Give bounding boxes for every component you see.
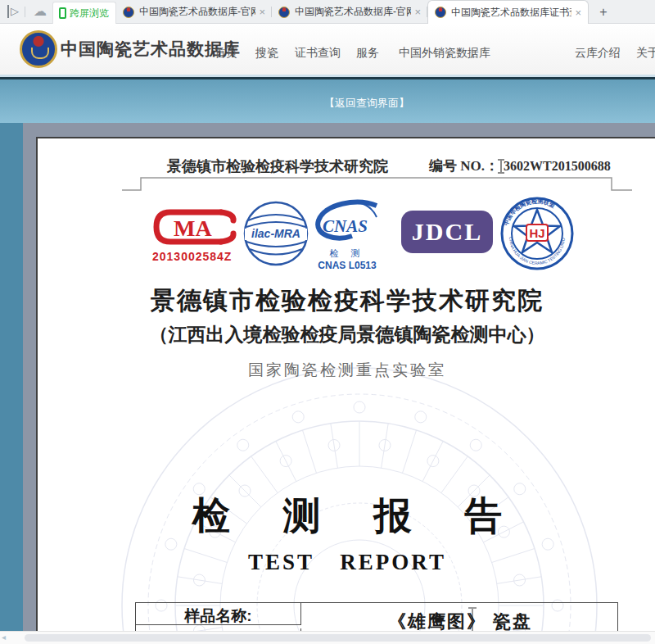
cloud-sync-icon[interactable]: ☁: [34, 3, 47, 19]
report-title-en: TEST REPORT: [38, 550, 655, 575]
nav-item-services[interactable]: 服务: [356, 46, 379, 61]
back-to-query-link[interactable]: 【返回查询界面】: [324, 96, 409, 111]
site-title: 中国陶瓷艺术品数据库: [61, 38, 241, 61]
scroll-left-arrow-icon[interactable]: ◂: [2, 633, 6, 642]
toolbar-divider: [25, 7, 25, 17]
tab-title: 中国陶瓷艺术品数据库-官网: [139, 5, 255, 19]
cnas-logo-icon: CNAS 检 测 CNAS L0513: [311, 199, 383, 274]
nav-item-search-porcelain[interactable]: 搜瓷: [255, 46, 278, 61]
browser-tab-1[interactable]: 中国陶瓷艺术品数据库-官网 ×: [116, 0, 272, 24]
browser-tab-3-active[interactable]: 中国陶瓷艺术品数据库证书查询 ×: [427, 0, 589, 24]
cma-logo-icon: MA 2013002584Z: [149, 207, 246, 263]
banner: 【返回查询界面】: [0, 79, 655, 123]
institute-subtitle: （江西出入境检验检疫局景德镇陶瓷检测中心）: [38, 322, 655, 347]
site-favicon: [435, 7, 446, 18]
tab-title: 中国陶瓷艺术品数据库证书查询: [451, 6, 571, 20]
svg-text:2013002584Z: 2013002584Z: [152, 250, 232, 263]
jdcl-logo-icon: JDCL: [401, 211, 493, 253]
site-logo-emblem-icon[interactable]: [20, 30, 57, 68]
svg-text:检 测: 检 测: [328, 248, 364, 258]
new-tab-button[interactable]: +: [595, 4, 612, 20]
site-favicon: [123, 7, 134, 18]
close-icon[interactable]: ×: [575, 7, 581, 19]
svg-text:ilac-MRA: ilac-MRA: [251, 227, 300, 240]
svg-text:CNAS L0513: CNAS L0513: [318, 260, 377, 271]
site-favicon: [278, 7, 290, 18]
sample-name-label-cn: 样品名称:: [184, 601, 251, 627]
nav-item-export-porcelain-db[interactable]: 中国外销瓷数据库: [399, 46, 490, 61]
institute-title: 景德镇市检验检疫科学技术研究院: [38, 284, 655, 318]
ilac-mra-logo-icon: ilac-MRA: [242, 199, 309, 268]
lab-name: 国家陶瓷检测重点实验室: [38, 360, 655, 381]
jdcl-logo-text: JDCL: [412, 218, 482, 246]
sample-info-table: 样品名称: Sample Name: 《雄鹰图》 瓷盘: [135, 602, 618, 631]
close-icon[interactable]: ×: [414, 6, 421, 18]
nav-item-cloud-library-intro[interactable]: 云库介绍: [575, 46, 621, 61]
svg-text:CNAS: CNAS: [323, 216, 368, 236]
nav-item-certificate-query[interactable]: 证书查询: [295, 46, 341, 61]
sidebar-collapse-icon[interactable]: ▷: [7, 5, 19, 18]
horizontal-scrollbar[interactable]: ◂: [0, 631, 655, 644]
header-stepped-rule: [38, 138, 655, 196]
svg-text:HJ: HJ: [529, 226, 544, 240]
report-title-cn: 检 测 报 告: [38, 491, 655, 542]
sample-name-label-cell: 样品名称:: [136, 603, 301, 625]
site-header: 中国陶瓷艺术品数据库 首页 搜瓷 证书查询 服务 中国外销瓷数据库 云库介绍 关…: [0, 24, 655, 75]
close-icon[interactable]: ×: [259, 6, 265, 18]
browser-tab-2[interactable]: 中国陶瓷艺术品数据库-官网 ×: [272, 0, 427, 24]
tab-title: 中国陶瓷艺术品数据库-官网: [295, 5, 411, 19]
phone-icon: [59, 7, 66, 19]
horizontal-scrollbar-thumb[interactable]: [25, 634, 651, 642]
cross-screen-browse-button[interactable]: 跨屏浏览: [52, 2, 116, 24]
browser-window: ▷ ☁ 跨屏浏览 中国陶瓷艺术品数据库-官网 × 中国陶瓷艺术品数据库-官网 ×…: [0, 0, 655, 644]
tab-bar: ▷ ☁ 跨屏浏览 中国陶瓷艺术品数据库-官网 × 中国陶瓷艺术品数据库-官网 ×…: [0, 0, 655, 24]
cross-screen-browse-label: 跨屏浏览: [70, 7, 109, 20]
nav-item-about[interactable]: 关于: [636, 46, 655, 61]
sample-name-value[interactable]: 《雄鹰图》 瓷盘: [301, 610, 619, 631]
certificate-page: 景德镇市检验检疫科学技术研究院 编号 NO.： 3602WT201500688 …: [36, 137, 655, 631]
hj-union-logo-icon: HJ 中国华检陶瓷检测联盟 CHINA HUA-JIAN CERAMIC TES…: [499, 196, 575, 271]
svg-text:MA: MA: [174, 215, 212, 241]
nav-item-home[interactable]: 首页: [215, 46, 237, 61]
